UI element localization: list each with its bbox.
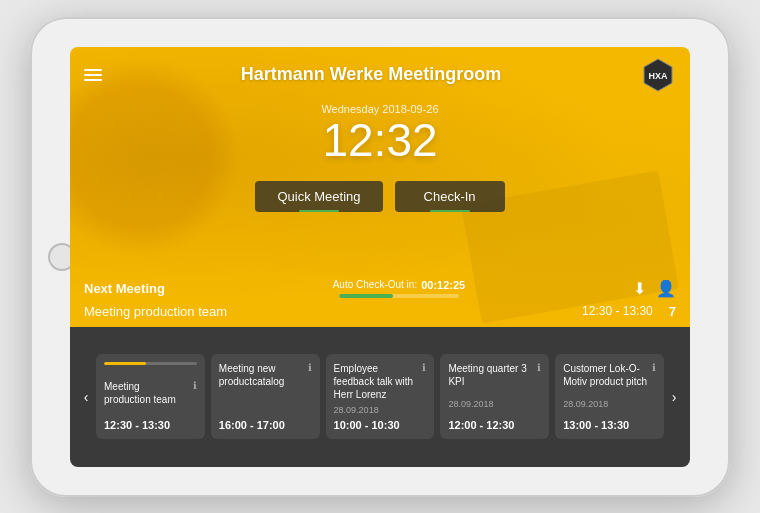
- meeting-name: Meeting production team: [84, 304, 227, 319]
- auto-checkout-text: Auto Check-Out in: 00:12:25: [333, 279, 466, 291]
- card-date: 28.09.2018: [563, 399, 656, 409]
- card-date: 28.09.2018: [448, 399, 541, 409]
- auto-checkout-section: Auto Check-Out in: 00:12:25: [333, 279, 466, 298]
- meeting-card[interactable]: Customer Lok-O-Motiv product pitch ℹ 28.…: [555, 354, 664, 439]
- card-top: Employee feedback talk with Herr Lorenz …: [334, 362, 427, 401]
- download-icon[interactable]: ⬇: [633, 279, 646, 298]
- room-title: Hartmann Werke Meetingroom: [102, 64, 640, 85]
- meeting-card[interactable]: Meeting production team ℹ 12:30 - 13:30: [96, 354, 205, 439]
- checkout-progress-fill: [339, 294, 393, 298]
- menu-icon[interactable]: [84, 69, 102, 81]
- date-time-section: Wednesday 2018-09-26 12:32: [70, 99, 690, 173]
- auto-checkout-time: 00:12:25: [421, 279, 465, 291]
- svg-text:HXA: HXA: [648, 71, 668, 81]
- meeting-info-row: Meeting production team 12:30 - 13:30 7: [70, 302, 690, 327]
- card-title: Customer Lok-O-Motiv product pitch: [563, 362, 648, 388]
- card-top: Meeting production team ℹ: [104, 380, 197, 406]
- tablet-device: Hartmann Werke Meetingroom HXA Wednesday…: [30, 17, 730, 497]
- info-icon[interactable]: ℹ: [537, 362, 541, 373]
- carousel-prev-button[interactable]: ‹: [76, 387, 96, 407]
- header-bar: Hartmann Werke Meetingroom HXA: [70, 47, 690, 99]
- card-top: Customer Lok-O-Motiv product pitch ℹ: [563, 362, 656, 388]
- card-time: 10:00 - 10:30: [334, 419, 427, 431]
- person-icon: 👤: [656, 279, 676, 298]
- check-in-button[interactable]: Check-In: [395, 181, 505, 212]
- card-top: Meeting new productcatalog ℹ: [219, 362, 312, 388]
- meeting-time: 12:30 - 13:30: [582, 304, 653, 318]
- next-meeting-label: Next Meeting: [84, 281, 165, 296]
- top-section: Hartmann Werke Meetingroom HXA Wednesday…: [70, 47, 690, 327]
- info-icon[interactable]: ℹ: [652, 362, 656, 373]
- checkout-progress-bar: [339, 294, 459, 298]
- info-icon[interactable]: ℹ: [308, 362, 312, 373]
- card-top: Meeting quarter 3 KPI ℹ: [448, 362, 541, 388]
- next-meeting-bar: Next Meeting Auto Check-Out in: 00:12:25…: [70, 271, 690, 302]
- time-display: 12:32: [70, 117, 690, 163]
- card-title: Employee feedback talk with Herr Lorenz: [334, 362, 419, 401]
- card-time: 12:00 - 12:30: [448, 419, 541, 431]
- logo: HXA: [640, 57, 676, 93]
- quick-meeting-button[interactable]: Quick Meeting: [255, 181, 382, 212]
- info-icon[interactable]: ℹ: [193, 380, 197, 391]
- card-title: Meeting production team: [104, 380, 189, 406]
- info-icon[interactable]: ℹ: [422, 362, 426, 373]
- card-time: 13:00 - 13:30: [563, 419, 656, 431]
- carousel-next-button[interactable]: ›: [664, 387, 684, 407]
- meeting-card[interactable]: Employee feedback talk with Herr Lorenz …: [326, 354, 435, 439]
- card-progress-bar: [104, 362, 197, 365]
- card-time: 12:30 - 13:30: [104, 419, 197, 431]
- card-time: 16:00 - 17:00: [219, 419, 312, 431]
- auto-checkout-label: Auto Check-Out in:: [333, 279, 417, 290]
- card-date: 28.09.2018: [334, 405, 427, 415]
- meeting-card[interactable]: Meeting new productcatalog ℹ 16:00 - 17:…: [211, 354, 320, 439]
- bottom-section: ‹ Meeting production team ℹ 12:30 - 13:3…: [70, 327, 690, 467]
- attendee-count: 7: [669, 304, 676, 319]
- date-label: Wednesday 2018-09-26: [70, 103, 690, 115]
- tablet-screen: Hartmann Werke Meetingroom HXA Wednesday…: [70, 47, 690, 467]
- next-meeting-icons: ⬇ 👤: [633, 279, 676, 298]
- meeting-card[interactable]: Meeting quarter 3 KPI ℹ 28.09.2018 12:00…: [440, 354, 549, 439]
- card-title: Meeting quarter 3 KPI: [448, 362, 533, 388]
- card-title: Meeting new productcatalog: [219, 362, 304, 388]
- meeting-time-attendees: 12:30 - 13:30 7: [582, 304, 676, 319]
- action-buttons: Quick Meeting Check-In: [70, 173, 690, 220]
- cards-container: Meeting production team ℹ 12:30 - 13:30 …: [96, 354, 664, 439]
- card-progress-fill: [104, 362, 146, 365]
